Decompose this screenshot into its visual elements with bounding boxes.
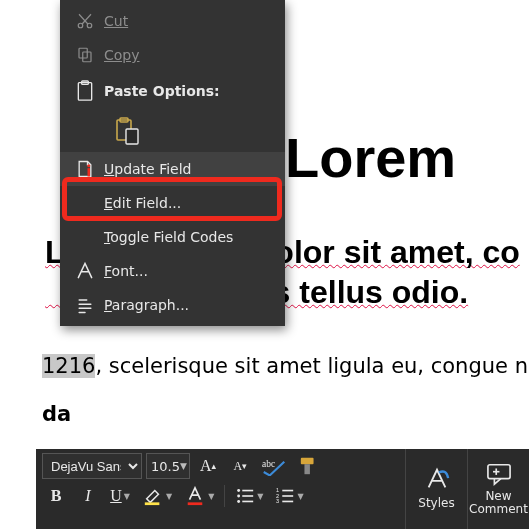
svg-point-22 — [237, 500, 240, 503]
menu-item-paragraph[interactable]: Paragraph... — [60, 288, 285, 322]
paragraph-icon — [66, 295, 104, 315]
format-painter-button[interactable] — [294, 453, 324, 479]
menu-item-paste-default[interactable] — [60, 110, 285, 152]
spellcheck-button[interactable]: abc — [258, 453, 290, 479]
update-field-icon — [66, 159, 104, 179]
svg-point-21 — [237, 495, 240, 498]
menu-heading-paste-options: Paste Options: — [60, 72, 285, 110]
document-paragraph: 1216, scelerisque sit amet ligula eu, co… — [42, 354, 529, 426]
menu-label: Edit Field... — [104, 195, 285, 211]
menu-item-edit-field[interactable]: Edit Field... — [60, 186, 285, 220]
svg-text:abc: abc — [262, 459, 275, 469]
paste-icon — [110, 117, 144, 145]
font-name-select[interactable]: DejaVu Sans — [42, 453, 142, 479]
menu-item-font[interactable]: Font... — [60, 254, 285, 288]
menu-item-toggle-field-codes[interactable]: Toggle Field Codes — [60, 220, 285, 254]
italic-button[interactable]: I — [74, 483, 102, 509]
svg-rect-19 — [188, 502, 203, 505]
menu-label: Font... — [104, 263, 285, 279]
font-color-button[interactable]: ▼ — [180, 483, 218, 509]
svg-rect-8 — [126, 129, 138, 144]
comment-icon — [485, 462, 513, 486]
menu-label: Copy — [104, 47, 285, 63]
menu-label: Cut — [104, 13, 285, 29]
mini-format-toolbar: DejaVu Sans 10.5▼ A▴ A▾ abc B I U▼ ▼ ▼ — [36, 449, 529, 529]
new-comment-button[interactable]: NewComment — [467, 449, 529, 529]
menu-item-update-field[interactable]: Update Field — [60, 152, 285, 186]
styles-label: Styles — [418, 497, 454, 510]
svg-text:3: 3 — [276, 498, 279, 504]
selected-text: 1216 — [42, 354, 95, 378]
svg-rect-9 — [88, 168, 91, 176]
svg-rect-17 — [304, 464, 309, 474]
scissors-icon — [66, 12, 104, 30]
new-comment-label: NewComment — [469, 490, 528, 516]
bold-button[interactable]: B — [42, 483, 70, 509]
svg-rect-4 — [78, 83, 91, 101]
document-title: Lorem — [285, 125, 456, 190]
menu-item-cut: Cut — [60, 4, 285, 38]
highlight-color-button[interactable]: ▼ — [138, 483, 176, 509]
grow-font-button[interactable]: A▴ — [194, 453, 222, 479]
menu-label: Paragraph... — [104, 297, 285, 313]
context-menu: Cut Copy Paste Options: Update Field Edi… — [60, 0, 285, 326]
menu-label: Toggle Field Codes — [104, 229, 285, 245]
clipboard-icon — [66, 80, 104, 102]
svg-rect-18 — [145, 502, 160, 505]
svg-point-10 — [87, 164, 90, 167]
underline-button[interactable]: U▼ — [106, 483, 134, 509]
svg-point-20 — [237, 489, 240, 492]
font-size-select[interactable]: 10.5▼ — [146, 453, 190, 479]
styles-icon — [423, 467, 451, 493]
shrink-font-button[interactable]: A▾ — [226, 453, 254, 479]
font-icon — [66, 261, 104, 281]
bullets-button[interactable]: ▼ — [231, 483, 267, 509]
numbering-button[interactable]: 123▼ — [271, 483, 307, 509]
menu-item-copy: Copy — [60, 38, 285, 72]
styles-button[interactable]: Styles — [405, 449, 467, 529]
menu-label: Update Field — [104, 161, 285, 177]
copy-icon — [66, 46, 104, 64]
menu-label: Paste Options: — [104, 83, 285, 99]
svg-rect-16 — [301, 458, 314, 464]
